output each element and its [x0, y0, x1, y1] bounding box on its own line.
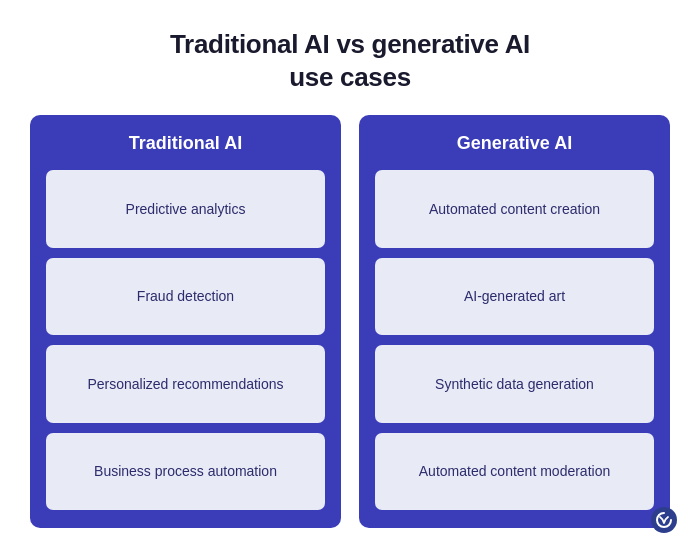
brand-logo-icon: [650, 506, 678, 534]
page-title: Traditional AI vs generative AI use case…: [170, 28, 530, 93]
traditional-item-4: Business process automation: [46, 433, 325, 511]
svg-point-0: [651, 507, 677, 533]
generative-item-2: AI-generated art: [375, 258, 654, 336]
generative-item-3: Synthetic data generation: [375, 345, 654, 423]
traditional-item-2: Fraud detection: [46, 258, 325, 336]
columns-container: Traditional AI Predictive analytics Frau…: [30, 115, 670, 528]
traditional-ai-header: Traditional AI: [129, 133, 242, 154]
traditional-item-1: Predictive analytics: [46, 170, 325, 248]
generative-ai-header: Generative AI: [457, 133, 572, 154]
title-line1: Traditional AI vs generative AI: [170, 29, 530, 59]
title-line2: use cases: [289, 62, 411, 92]
traditional-ai-column: Traditional AI Predictive analytics Frau…: [30, 115, 341, 528]
page-wrapper: Traditional AI vs generative AI use case…: [0, 0, 700, 548]
generative-item-1: Automated content creation: [375, 170, 654, 248]
traditional-item-3: Personalized recommendations: [46, 345, 325, 423]
generative-item-4: Automated content moderation: [375, 433, 654, 511]
generative-ai-column: Generative AI Automated content creation…: [359, 115, 670, 528]
